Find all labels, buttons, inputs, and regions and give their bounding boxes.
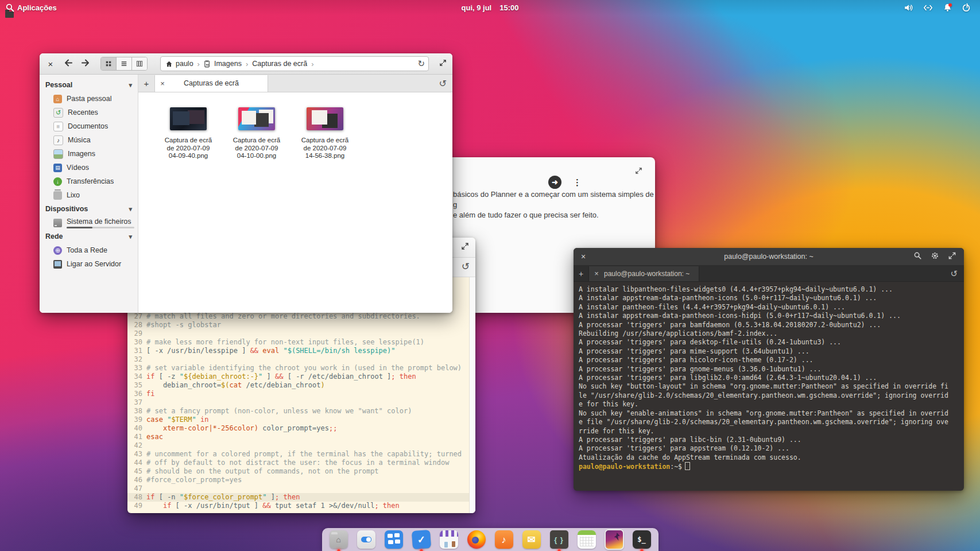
- sidebar-item-lixo[interactable]: Lixo: [40, 188, 138, 202]
- files-tabbar: + × Capturas de ecrã ↺: [138, 75, 452, 92]
- editor-scrollbar[interactable]: [469, 277, 475, 513]
- settings-icon: [357, 530, 375, 549]
- breadcrumb-capturas[interactable]: Capturas de ecrã: [251, 60, 308, 68]
- applications-menu[interactable]: Aplicações: [5, 3, 57, 13]
- tab-capturas-de-ecra[interactable]: × Capturas de ecrã: [154, 75, 268, 92]
- terminal-tab[interactable]: × paulo@paulo-workstation: ~: [588, 266, 699, 281]
- sidebar-item-imagens[interactable]: Imagens: [40, 147, 138, 161]
- dock-terminal[interactable]: $_: [632, 530, 652, 549]
- terminal-titlebar[interactable]: × paulo@paulo-workstation: ~: [574, 248, 964, 266]
- column-view-button[interactable]: [131, 57, 147, 70]
- close-tab-icon[interactable]: ×: [155, 79, 170, 88]
- line-number: 46: [127, 476, 146, 484]
- dock-tasks[interactable]: ✓: [412, 530, 431, 549]
- datetime-indicator[interactable]: qui, 9 jul15:00: [0, 3, 980, 12]
- breadcrumb-home[interactable]: paulo: [164, 60, 195, 68]
- new-tab-button[interactable]: +: [574, 269, 588, 278]
- sidebar-item-pasta-pessoal[interactable]: Pasta pessoal: [40, 92, 138, 106]
- close-icon[interactable]: ×: [574, 252, 593, 261]
- dock-boards[interactable]: [384, 530, 404, 549]
- file-thumbnail: [238, 107, 275, 130]
- history-icon[interactable]: ↺: [462, 261, 470, 273]
- forward-button[interactable]: [80, 58, 90, 70]
- code-line: 43# uncomment for a colored prompt, if t…: [127, 450, 475, 459]
- home-icon: [165, 60, 173, 68]
- sidebar-item-documentos[interactable]: Documentos: [40, 119, 138, 133]
- terminal-line: No such key "enable-animations" in schem…: [579, 409, 959, 418]
- sidebar-item-sistema-de-ficheiros[interactable]: Sistema de ficheiros: [40, 216, 138, 230]
- file-item[interactable]: Captura de ecrãde 2020-07-0914-56-38.png: [293, 107, 357, 160]
- chevron-down-icon[interactable]: ▾: [129, 82, 132, 89]
- sidebar-item-transfere-ncias[interactable]: Transferências: [40, 174, 138, 188]
- dock-calendar[interactable]: [577, 530, 596, 549]
- sidebar-section-rede[interactable]: Rede▾: [40, 230, 138, 243]
- network-icon[interactable]: [923, 3, 933, 13]
- code-line: 31[ -x /usr/bin/lesspipe ] && eval "$(SH…: [127, 347, 475, 355]
- terminal-line: Atualização da cache do AppStream termin…: [579, 453, 959, 462]
- back-button[interactable]: [64, 58, 73, 70]
- sidebar-section-pessoal[interactable]: Pessoal▾: [40, 78, 138, 92]
- dock-appcenter[interactable]: [439, 530, 459, 549]
- close-tab-icon[interactable]: ×: [589, 269, 604, 278]
- file-name: Captura de ecrãde 2020-07-0904-10-00.png: [233, 137, 280, 160]
- breadcrumb-separator: ›: [246, 60, 248, 68]
- sidebar-item-toda-a-rede[interactable]: Toda a Rede: [40, 243, 138, 257]
- line-number: 44: [127, 459, 146, 467]
- terminal-output[interactable]: A instalar libpantheon-files-widgets0 (4…: [574, 282, 964, 475]
- files-window: ×: [40, 53, 452, 313]
- sidebar-item-label: Recentes: [68, 108, 98, 117]
- dock-mail[interactable]: ✉: [522, 530, 541, 549]
- line-number: 42: [127, 441, 146, 450]
- terminal-line: e file "/usr/share/glib-2.0/schemas/20_e…: [579, 418, 959, 426]
- history-icon[interactable]: ↺: [950, 269, 958, 279]
- terminal-line: rride for this key.: [579, 427, 959, 436]
- code-line: 48if [ -n "$force_color_prompt" ]; then: [127, 493, 475, 502]
- dock-settings[interactable]: [357, 530, 376, 549]
- sidebar-item-mu-sica[interactable]: Música: [40, 133, 138, 147]
- code-line: 38# set a fancy prompt (non-color, unles…: [127, 407, 475, 416]
- code-line: 34if [ -z "${debian_chroot:-}" ] && [ -r…: [127, 372, 475, 381]
- code-line: 36fi: [127, 390, 475, 398]
- sidebar-item-recentes[interactable]: Recentes: [40, 106, 138, 119]
- panel-time: 15:00: [499, 3, 518, 12]
- overflow-menu-icon[interactable]: ⋮: [573, 177, 582, 188]
- file-item[interactable]: Captura de ecrãde 2020-07-0904-10-00.png: [225, 107, 288, 160]
- line-number: 41: [127, 433, 146, 441]
- sidebar-item-label: Sistema de ficheiros: [67, 218, 134, 226]
- file-item[interactable]: Captura de ecrãde 2020-07-0904-09-40.png: [157, 107, 220, 160]
- grid-view-button[interactable]: [101, 57, 116, 70]
- notifications-icon[interactable]: [943, 3, 952, 13]
- sidebar-item-vi-deos[interactable]: Vídeos: [40, 161, 138, 174]
- mail-icon: ✉: [522, 530, 541, 549]
- sidebar-section-label: Rede: [45, 232, 63, 240]
- chevron-down-icon[interactable]: ▾: [129, 233, 132, 240]
- pathbar[interactable]: paulo › Imagens › Capturas de ecrã › ↻: [160, 56, 429, 71]
- chevron-down-icon[interactable]: ▾: [129, 205, 132, 213]
- list-view-button[interactable]: [116, 57, 131, 70]
- sidebar-section-dispositivos[interactable]: Dispositivos▾: [40, 202, 138, 216]
- expand-icon[interactable]: [948, 251, 956, 262]
- dock-music[interactable]: ♪: [494, 530, 514, 549]
- refresh-icon[interactable]: ↻: [417, 59, 425, 69]
- next-arrow-button[interactable]: ➜: [548, 176, 561, 189]
- expand-icon[interactable]: [635, 166, 642, 177]
- new-tab-button[interactable]: +: [138, 79, 154, 88]
- power-icon[interactable]: [962, 3, 972, 13]
- gear-icon[interactable]: [931, 251, 939, 262]
- code-line: 45# should be on the output of commands,…: [127, 467, 475, 476]
- search-icon[interactable]: [913, 251, 922, 262]
- sidebar-item-ligar-ao-servidor[interactable]: Ligar ao Servidor: [40, 257, 138, 271]
- dock-photos[interactable]: [605, 530, 624, 549]
- code-line: 33# set variable identifying the chroot …: [127, 364, 475, 372]
- expand-icon[interactable]: [461, 242, 469, 253]
- recents-icon: [53, 108, 63, 118]
- history-icon[interactable]: ↺: [439, 78, 447, 89]
- volume-icon[interactable]: [904, 3, 913, 13]
- breadcrumb-imagens[interactable]: Imagens: [203, 60, 243, 68]
- expand-icon[interactable]: [439, 59, 447, 69]
- code-line: 29: [127, 329, 475, 338]
- dock-firefox[interactable]: [467, 530, 486, 549]
- close-icon[interactable]: ×: [45, 59, 56, 69]
- dock-files[interactable]: ⌂: [329, 530, 348, 549]
- dock-code[interactable]: { }: [549, 530, 569, 549]
